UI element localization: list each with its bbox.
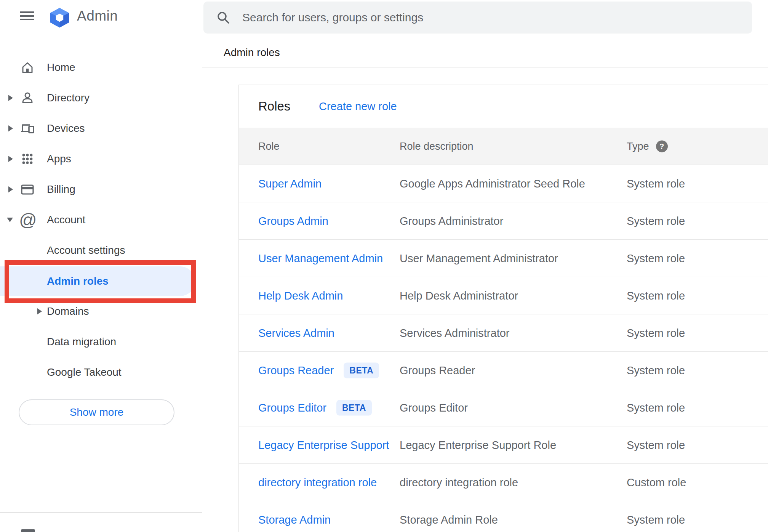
roles-card: Roles Create new role Role Role descript… (238, 85, 768, 532)
role-link[interactable]: Services Admin (258, 327, 334, 339)
expand-chevron-icon[interactable] (37, 308, 42, 314)
hamburger-menu-icon[interactable] (20, 11, 34, 21)
sidebar-item-label: Data migration (47, 336, 116, 348)
help-icon[interactable]: ? (656, 140, 668, 152)
column-header-type: Type ? (627, 140, 668, 152)
sidebar-item-label: Admin roles (47, 275, 109, 287)
role-type: System role (627, 364, 685, 377)
table-row: Storage Admin Storage Admin Role System … (239, 501, 768, 532)
card-title: Roles (258, 99, 290, 114)
create-new-role-link[interactable]: Create new role (319, 100, 397, 113)
role-description: Services Administrator (400, 327, 510, 339)
sidebar-item-label: Apps (47, 153, 71, 165)
sidebar-bottom-divider (0, 512, 202, 513)
role-type: System role (627, 513, 685, 526)
at-sign-icon: @ (19, 211, 37, 229)
role-type: System role (627, 215, 685, 227)
sidebar-item-devices[interactable]: Devices (0, 113, 202, 144)
role-type: System role (627, 439, 685, 451)
billing-card-icon (20, 182, 35, 197)
person-icon (20, 90, 35, 106)
role-type: Custom role (627, 476, 686, 489)
expand-chevron-icon[interactable] (8, 186, 13, 192)
sidebar-item-label: Home (47, 61, 75, 74)
table-row: Groups Admin Groups Administrator System… (239, 202, 768, 240)
search-input[interactable] (242, 2, 738, 34)
beta-badge: BETA (336, 400, 372, 415)
role-link[interactable]: User Management Admin (258, 252, 383, 264)
role-type: System role (627, 327, 685, 339)
role-description: Groups Reader (400, 364, 475, 377)
sidebar-item-data-migration[interactable]: Data migration (0, 327, 202, 357)
sidebar-item-home[interactable]: Home (0, 52, 202, 83)
role-link[interactable]: Groups Admin (258, 215, 328, 227)
sidebar-item-account-settings[interactable]: Account settings (0, 235, 202, 266)
table-row: Groups Editor BETA Groups Editor System … (239, 389, 768, 426)
sidebar-item-domains[interactable]: Domains (0, 296, 202, 327)
role-description: Google Apps Administrator Seed Role (400, 177, 585, 190)
role-description: Legacy Enterprise Support Role (400, 439, 556, 451)
sidebar-item-google-takeout[interactable]: Google Takeout (0, 357, 202, 388)
content-divider (202, 67, 768, 67)
feedback-icon[interactable] (21, 529, 35, 532)
search-bar[interactable] (203, 2, 752, 34)
role-description: User Management Administrator (400, 252, 558, 264)
sidebar-item-apps[interactable]: Apps (0, 144, 202, 174)
sidebar-item-account[interactable]: @ Account (0, 205, 202, 235)
sidebar-item-label: Account (47, 214, 85, 226)
roles-card-header: Roles Create new role (239, 85, 768, 128)
table-row: Legacy Enterprise Support Legacy Enterpr… (239, 426, 768, 464)
role-link[interactable]: Groups Editor (258, 401, 326, 414)
admin-console-screen: Admin Admin roles Home Directory (0, 0, 768, 532)
role-description: Groups Editor (400, 401, 468, 414)
search-icon (216, 11, 230, 24)
sidebar-item-admin-roles[interactable]: Admin roles (0, 266, 195, 296)
role-type: System role (627, 401, 685, 414)
role-link[interactable]: directory integration role (258, 476, 377, 489)
table-row: directory integration role directory int… (239, 464, 768, 501)
sidebar-item-label: Directory (47, 92, 90, 104)
role-link[interactable]: Legacy Enterprise Support (258, 439, 389, 451)
sidebar-item-label: Domains (47, 305, 89, 317)
role-link[interactable]: Help Desk Admin (258, 289, 343, 302)
role-link[interactable]: Storage Admin (258, 513, 331, 526)
role-type: System role (627, 289, 685, 302)
role-type: System role (627, 177, 685, 190)
sidebar-item-label: Devices (47, 122, 85, 135)
role-description: Help Desk Administrator (400, 289, 518, 302)
table-header-row: Role Role description Type ? (239, 128, 768, 165)
devices-icon (20, 121, 35, 136)
sidebar-item-label: Google Takeout (47, 366, 122, 378)
column-header-description: Role description (400, 140, 474, 152)
table-row: Help Desk Admin Help Desk Administrator … (239, 277, 768, 314)
role-description: Groups Administrator (400, 215, 503, 227)
show-more-button[interactable]: Show more (19, 399, 174, 425)
table-row: User Management Admin User Management Ad… (239, 240, 768, 277)
role-link[interactable]: Super Admin (258, 177, 322, 190)
expand-chevron-icon[interactable] (8, 156, 13, 162)
table-row: Services Admin Services Administrator Sy… (239, 314, 768, 352)
expand-chevron-icon[interactable] (8, 95, 13, 101)
sidebar-item-billing[interactable]: Billing (0, 174, 202, 205)
column-header-role: Role (258, 140, 280, 152)
apps-grid-icon (20, 151, 35, 167)
app-title: Admin (77, 8, 118, 24)
table-row: Groups Reader BETA Groups Reader System … (239, 352, 768, 389)
role-link[interactable]: Groups Reader (258, 364, 334, 377)
sidebar-item-label: Billing (47, 183, 75, 195)
expand-chevron-icon[interactable] (8, 125, 13, 131)
admin-logo-icon (49, 8, 70, 28)
role-type: System role (627, 252, 685, 264)
collapse-chevron-icon[interactable] (7, 218, 13, 222)
role-description: Storage Admin Role (400, 513, 498, 526)
role-description: directory integration role (400, 476, 518, 489)
home-icon (20, 60, 35, 75)
sidebar-item-label: Account settings (47, 244, 125, 256)
breadcrumb: Admin roles (224, 46, 280, 59)
sidebar-item-directory[interactable]: Directory (0, 83, 202, 113)
beta-badge: BETA (344, 362, 379, 378)
table-row: Super Admin Google Apps Administrator Se… (239, 165, 768, 202)
